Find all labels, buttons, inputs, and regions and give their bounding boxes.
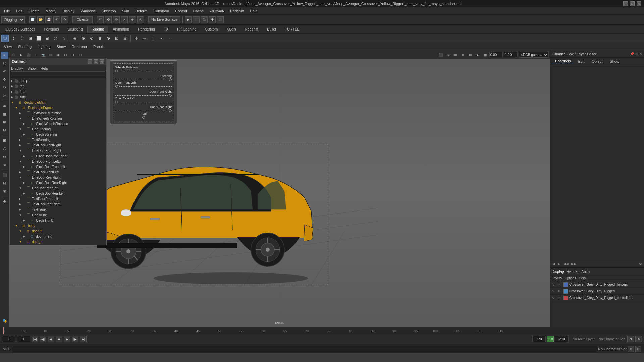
wire-btn[interactable]: ⊡	[1, 179, 8, 187]
soft-mod-btn[interactable]: ☆	[60, 35, 67, 42]
timeline-end-btn[interactable]: ⊕	[635, 336, 642, 342]
rotate-snap-btn[interactable]: ⟳	[113, 16, 120, 23]
box1-btn[interactable]: ▪	[158, 35, 165, 42]
scale-snap-btn[interactable]: ⤢	[121, 16, 128, 23]
vp-btn14[interactable]: ◈	[460, 52, 466, 58]
menu-show[interactable]: Show	[54, 44, 69, 49]
outliner-item-circledoorrearright[interactable]: ▶ ○ CircleDoorRearRight	[10, 180, 106, 185]
status-icon2[interactable]: ⊞	[635, 346, 641, 352]
vp-btn17[interactable]: ▦	[482, 52, 488, 58]
outliner-content[interactable]: ▶ 🎥 persp ▶ 🎥 top ▶ 🎥 front ▶ 🎥 side	[10, 78, 106, 245]
range-end-input[interactable]: 200	[555, 336, 569, 342]
menu-create[interactable]: Create	[26, 8, 42, 14]
layer-sub-options[interactable]: Options	[565, 276, 576, 280]
menu-cache[interactable]: Cache	[191, 8, 207, 14]
rotate-btn[interactable]: ⬜	[35, 35, 42, 42]
vp-val1-input[interactable]: 0.00	[489, 52, 503, 57]
ch-tab-channels[interactable]: Channels	[552, 58, 574, 64]
arrow-btn[interactable]: ↔	[141, 35, 148, 42]
menu-skin[interactable]: Skin	[119, 8, 132, 14]
go-end-btn[interactable]: ▶|	[80, 336, 87, 342]
vp-btn3[interactable]: 🎥	[25, 52, 32, 58]
outliner-item-linetrunk[interactable]: ▼ ⌒ LineTrunk	[10, 212, 106, 218]
outliner-item-linewheelsrotation[interactable]: ▼ ⌒ LineWheelsRotation	[10, 116, 106, 121]
menu-edit[interactable]: Edit	[13, 8, 25, 14]
menu-file[interactable]: File	[1, 8, 13, 14]
layer-settings-btn[interactable]: ⚙	[638, 262, 643, 266]
tab-fx-caching[interactable]: FX Caching	[173, 26, 201, 33]
sculpt-btn[interactable]: ✐	[1, 68, 8, 75]
tab-turtle[interactable]: TURTLE	[280, 26, 304, 33]
step-fwd-btn[interactable]: |▶	[72, 336, 78, 342]
tab-rendering[interactable]: Rendering	[133, 26, 159, 33]
outliner-item-textdoorfrontright[interactable]: ▶ ⌒ TextDoorFrontRight	[10, 142, 106, 148]
vp-btn7[interactable]: ◉	[55, 52, 61, 58]
status-icon1[interactable]: ⊕	[628, 346, 634, 352]
select-tool-btn[interactable]: ⬡	[1, 35, 9, 42]
move-btn[interactable]: ⊞	[26, 35, 34, 42]
redo-btn[interactable]: ↷	[61, 16, 68, 23]
vp-val2-input[interactable]: 1.00	[504, 52, 518, 57]
scale-tool-btn[interactable]: ⤢	[1, 92, 8, 99]
outliner-item-circledoorfrontright[interactable]: ▶ ○ CircleDoorFrontRight	[10, 153, 106, 159]
layer-row-controllers[interactable]: V P Crossover_Grey_Dirty_Rigged_controll…	[550, 295, 644, 301]
outliner-item-textsteering[interactable]: ▶ ⌒ TextSteering	[10, 137, 106, 142]
outliner-item-rectanglemain[interactable]: ▼ ⊞ RectangleMain	[10, 100, 106, 105]
menu-skeleton[interactable]: Skeleton	[99, 8, 119, 14]
menu-redshift[interactable]: Redshift	[227, 8, 246, 14]
minimize-button[interactable]: —	[623, 1, 628, 6]
outliner-item-circlewheelsrotation[interactable]: ▶ ○ CircleWheelsRotation	[10, 121, 106, 126]
rig-btn[interactable]: ⊕	[1, 198, 8, 205]
vp-btn2[interactable]: ▶	[18, 52, 24, 58]
close-button[interactable]: ✕	[637, 1, 641, 6]
outliner-item-side[interactable]: ▶ 🎥 side	[10, 94, 106, 100]
layer-tab-display[interactable]: Display	[552, 269, 564, 274]
render-btn4[interactable]: ⚙	[209, 16, 216, 23]
vp-btn9[interactable]: ⊛	[70, 52, 76, 58]
ch-tab-show[interactable]: Show	[606, 59, 623, 64]
go-start-btn[interactable]: |◀	[32, 336, 38, 342]
outliner-item-texttrunk[interactable]: ▶ ⌒ TextTrunk	[10, 207, 106, 212]
vp-btn1[interactable]: ⬡	[11, 52, 17, 58]
outliner-item-linesteering[interactable]: ▼ ⌒ LineSteering	[10, 126, 106, 132]
pipe-btn[interactable]: |	[149, 35, 157, 42]
ik-btn[interactable]: ⊕	[79, 35, 87, 42]
scale-btn[interactable]: ▣	[43, 35, 51, 42]
render-btn5[interactable]: 🎥	[217, 16, 224, 23]
constraint-btn[interactable]: ⊘	[88, 35, 95, 42]
maximize-button[interactable]: □	[630, 1, 635, 6]
current-time-input[interactable]: 1	[2, 336, 15, 342]
tab-redshift[interactable]: Redshift	[240, 26, 263, 33]
layer-prev-btn[interactable]: ◀◀	[562, 262, 569, 266]
layer-fwd-btn[interactable]: ▶	[557, 262, 561, 266]
tab-sculpting[interactable]: Sculpting	[63, 26, 87, 33]
vp-btn10[interactable]: ⊕	[77, 52, 83, 58]
tab-animation[interactable]: Animation	[108, 26, 133, 33]
vp-btn8[interactable]: ⊡	[62, 52, 68, 58]
snap-curve-btn[interactable]: ◎	[1, 145, 8, 152]
layer-row-rigged[interactable]: V P Crossover_Grey_Dirty_Rigged	[550, 288, 644, 295]
outliner-close-btn[interactable]: ✕	[100, 59, 104, 64]
vp-btn15[interactable]: ⊞	[467, 52, 473, 58]
render-btn1[interactable]: ▶	[185, 16, 192, 23]
outliner-item-persp[interactable]: ▶ 🎥 persp	[10, 78, 106, 83]
menu-constrain[interactable]: Constrain	[151, 8, 172, 14]
outliner-item-linedoorreaarleft[interactable]: ▼ ⌒ LineDoorRearLeft	[10, 185, 106, 191]
magnet-btn[interactable]: ⊕	[129, 16, 136, 23]
ch-tab-edit[interactable]: Edit	[575, 59, 588, 64]
transform-btn[interactable]: ✛	[105, 16, 112, 23]
cb-pin-btn[interactable]: 📌	[630, 52, 634, 56]
outliner-item-circledoorreaarleft[interactable]: ▶ ○ CircleDoorRearLeft	[10, 191, 106, 196]
vp-btn11[interactable]: ⬛	[438, 52, 444, 58]
outliner-item-top[interactable]: ▶ 🎥 top	[10, 83, 106, 89]
layer-tab-anim[interactable]: Anim	[581, 269, 590, 274]
plus-btn[interactable]: ✛	[132, 35, 140, 42]
timeline-settings-btn[interactable]: ⚙	[627, 336, 634, 342]
outliner-menu-display[interactable]: Display	[11, 66, 23, 70]
outliner-maximize-btn[interactable]: □	[94, 59, 98, 64]
animate-btn[interactable]: 🎭	[1, 317, 8, 324]
edge-btn[interactable]: ⊞	[1, 118, 8, 126]
menu-view[interactable]: View	[1, 44, 15, 49]
outliner-item-textwheelsrotation[interactable]: ▶ ⌒ TextWheelsRotation	[10, 110, 106, 116]
deform-btn[interactable]: ◙	[96, 35, 104, 42]
